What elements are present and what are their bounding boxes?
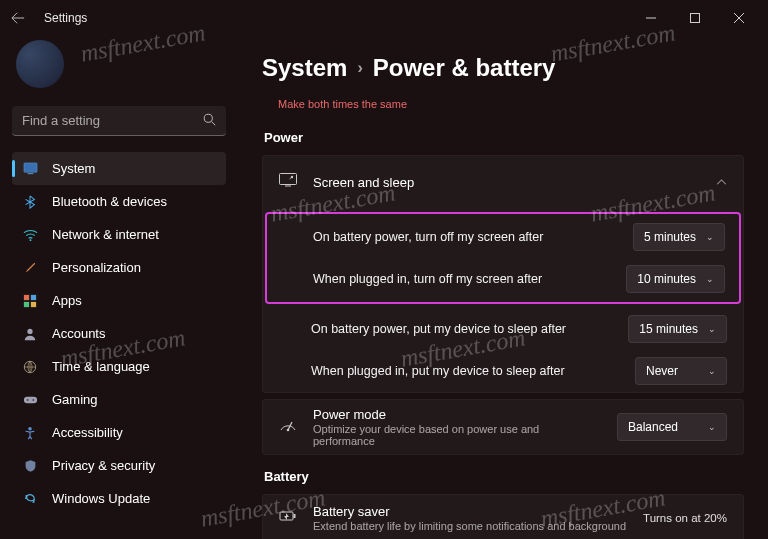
chevron-down-icon: ⌄: [708, 366, 716, 376]
system-icon: [22, 161, 38, 177]
svg-point-4: [29, 239, 31, 241]
battery-sleep-dropdown[interactable]: 15 minutes ⌄: [628, 315, 727, 343]
sidebar-item-network[interactable]: Network & internet: [12, 218, 226, 251]
power-mode-dropdown[interactable]: Balanced ⌄: [617, 413, 727, 441]
sidebar-item-time-language[interactable]: Time & language: [12, 350, 226, 383]
sidebar-item-accounts[interactable]: Accounts: [12, 317, 226, 350]
screen-sleep-panel: Screen and sleep On battery power, turn …: [262, 155, 744, 393]
plugged-sleep-dropdown[interactable]: Never ⌄: [635, 357, 727, 385]
wifi-icon: [22, 227, 38, 243]
shield-icon: [22, 458, 38, 474]
power-section-header: Power: [264, 130, 744, 145]
svg-rect-15: [280, 174, 297, 185]
sidebar-item-label: System: [52, 161, 95, 176]
breadcrumb: System › Power & battery: [262, 54, 744, 82]
svg-rect-16: [285, 186, 291, 187]
search-box[interactable]: [12, 106, 226, 136]
globe-icon: [22, 359, 38, 375]
power-mode-subtitle: Optimize your device based on power use …: [313, 423, 601, 447]
search-icon: [203, 113, 216, 129]
titlebar-left: Settings: [8, 8, 87, 28]
sidebar-item-apps[interactable]: Apps: [12, 284, 226, 317]
plugged-screen-off-dropdown[interactable]: 10 minutes ⌄: [626, 265, 725, 293]
screen-sleep-title: Screen and sleep: [313, 175, 700, 190]
chevron-down-icon: ⌄: [706, 274, 714, 284]
setting-label: On battery power, put my device to sleep…: [311, 322, 616, 336]
svg-point-18: [287, 429, 290, 432]
svg-rect-2: [23, 163, 36, 172]
sidebar-item-label: Windows Update: [52, 491, 150, 506]
sidebar-item-personalization[interactable]: Personalization: [12, 251, 226, 284]
sidebar-item-bluetooth[interactable]: Bluetooth & devices: [12, 185, 226, 218]
battery-screen-off-dropdown[interactable]: 5 minutes ⌄: [633, 223, 725, 251]
sidebar-item-label: Apps: [52, 293, 82, 308]
sidebar-item-system[interactable]: System: [12, 152, 226, 185]
sidebar-item-label: Bluetooth & devices: [52, 194, 167, 209]
battery-saver-subtitle: Extend battery life by limiting some not…: [313, 520, 627, 532]
app-title: Settings: [44, 11, 87, 25]
dropdown-value: Never: [646, 364, 678, 378]
svg-rect-5: [24, 294, 29, 299]
power-mode-text: Power mode Optimize your device based on…: [313, 407, 601, 447]
battery-saver-panel[interactable]: Battery saver Extend battery life by lim…: [262, 494, 744, 539]
titlebar: Settings: [0, 0, 768, 36]
svg-rect-7: [24, 301, 29, 306]
main-container: System Bluetooth & devices Network & int…: [0, 36, 768, 539]
sidebar-item-label: Privacy & security: [52, 458, 155, 473]
sidebar-item-label: Network & internet: [52, 227, 159, 242]
minimize-button[interactable]: [630, 4, 672, 32]
search-input[interactable]: [22, 113, 203, 128]
svg-rect-20: [294, 514, 296, 518]
sidebar-item-label: Gaming: [52, 392, 98, 407]
sidebar-item-label: Time & language: [52, 359, 150, 374]
setting-label: When plugged in, turn off my screen afte…: [313, 272, 614, 286]
power-mode-panel[interactable]: Power mode Optimize your device based on…: [262, 399, 744, 455]
svg-point-1: [204, 114, 212, 122]
chevron-down-icon: ⌄: [706, 232, 714, 242]
content-area: System › Power & battery Make both times…: [238, 36, 768, 539]
setting-label: When plugged in, put my device to sleep …: [311, 364, 623, 378]
sidebar-item-privacy[interactable]: Privacy & security: [12, 449, 226, 482]
chevron-down-icon: ⌄: [708, 422, 716, 432]
sidebar: System Bluetooth & devices Network & int…: [0, 36, 238, 539]
accessibility-icon: [22, 425, 38, 441]
maximize-icon: [690, 13, 700, 23]
battery-saver-text: Battery saver Extend battery life by lim…: [313, 504, 627, 532]
back-button[interactable]: [8, 8, 28, 28]
update-icon: [22, 491, 38, 507]
chevron-up-icon: [716, 176, 727, 188]
sidebar-item-label: Personalization: [52, 260, 141, 275]
battery-saver-status: Turns on at 20%: [643, 512, 727, 524]
make-same-times-link[interactable]: Make both times the same: [262, 92, 744, 116]
chevron-right-icon: ›: [357, 59, 362, 77]
sidebar-item-label: Accessibility: [52, 425, 123, 440]
chevron-down-icon: ⌄: [708, 324, 716, 334]
battery-saver-title: Battery saver: [313, 504, 627, 519]
sidebar-item-label: Accounts: [52, 326, 105, 341]
user-avatar: [16, 40, 64, 88]
svg-rect-6: [31, 294, 36, 299]
minimize-icon: [646, 13, 656, 23]
user-section[interactable]: [12, 36, 226, 92]
power-mode-title: Power mode: [313, 407, 601, 422]
svg-rect-11: [23, 397, 36, 404]
sidebar-item-gaming[interactable]: Gaming: [12, 383, 226, 416]
breadcrumb-parent[interactable]: System: [262, 54, 347, 82]
battery-section-header: Battery: [264, 469, 744, 484]
battery-screen-off-row: On battery power, turn off my screen aft…: [269, 216, 737, 258]
dropdown-value: 5 minutes: [644, 230, 696, 244]
nav-list: System Bluetooth & devices Network & int…: [12, 152, 226, 515]
battery-saver-icon: [279, 509, 297, 527]
gamepad-icon: [22, 392, 38, 408]
close-button[interactable]: [718, 4, 760, 32]
person-icon: [22, 326, 38, 342]
svg-rect-3: [27, 173, 33, 174]
svg-rect-0: [691, 14, 700, 23]
maximize-button[interactable]: [674, 4, 716, 32]
screen-sleep-header[interactable]: Screen and sleep: [263, 156, 743, 208]
sidebar-item-accessibility[interactable]: Accessibility: [12, 416, 226, 449]
apps-icon: [22, 293, 38, 309]
battery-sleep-row: On battery power, put my device to sleep…: [263, 308, 743, 350]
sidebar-item-windows-update[interactable]: Windows Update: [12, 482, 226, 515]
arrow-left-icon: [11, 11, 25, 25]
